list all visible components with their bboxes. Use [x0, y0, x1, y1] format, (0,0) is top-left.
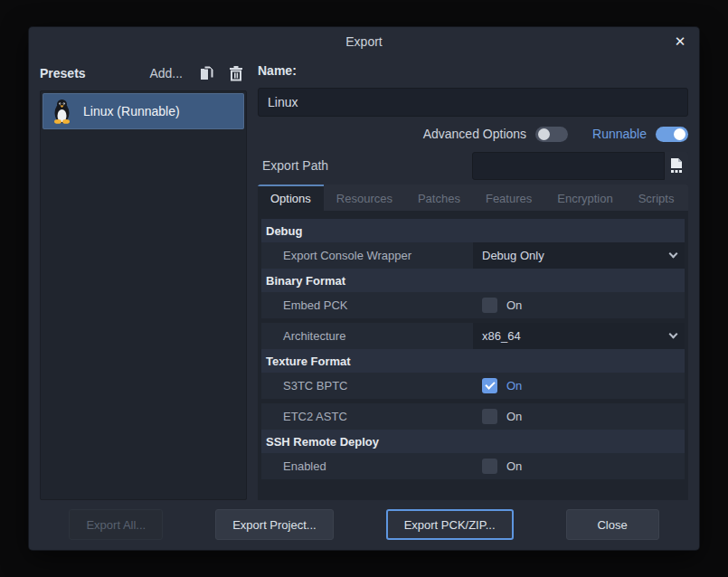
section-header-debug: Debug: [261, 219, 685, 242]
property-label: Enabled: [261, 453, 473, 479]
runnable-toggle[interactable]: [656, 127, 688, 142]
property-label: Architecture: [261, 323, 473, 349]
export-project-button[interactable]: Export Project...: [215, 509, 333, 540]
export-all-button[interactable]: Export All...: [69, 509, 163, 540]
chevron-down-icon: [669, 250, 678, 259]
tab-scripts[interactable]: Scripts: [626, 184, 687, 211]
property-row: Embed PCK On: [261, 292, 685, 318]
dropdown-value: x86_64: [482, 329, 521, 343]
export-dialog: Export ✕ Presets Add...: [29, 27, 699, 550]
section-header-texture-format: Texture Format: [261, 349, 685, 373]
advanced-options-toggle[interactable]: [535, 127, 568, 142]
toggle-knob: [674, 128, 685, 140]
checkbox-label: On: [506, 459, 522, 473]
name-label: Name:: [258, 63, 688, 83]
duplicate-icon: [199, 65, 214, 81]
toggle-knob: [538, 128, 550, 140]
property-row: Export Console Wrapper Debug Only: [261, 242, 685, 269]
toggles-row: Advanced Options Runnable: [258, 123, 688, 145]
presets-heading: Presets: [40, 66, 86, 80]
tab-patches[interactable]: Patches: [405, 184, 473, 211]
export-console-wrapper-dropdown[interactable]: Debug Only: [473, 242, 685, 269]
file-browse-button[interactable]: [665, 152, 688, 180]
presets-header: Presets Add...: [40, 63, 247, 83]
tab-options[interactable]: Options: [258, 184, 324, 211]
export-path-label: Export Path: [258, 158, 472, 173]
linux-tux-icon: [52, 99, 72, 124]
name-input-value: Linux: [268, 95, 298, 109]
tab-bar: Options Resources Patches Features Encry…: [258, 184, 688, 211]
section-header-label: Debug: [266, 224, 302, 238]
presets-panel: Presets Add...: [40, 61, 247, 500]
file-browse-icon: [670, 158, 683, 173]
property-row: ETC2 ASTC On: [261, 403, 685, 430]
delete-preset-button[interactable]: [225, 65, 247, 81]
close-icon[interactable]: ✕: [670, 32, 690, 52]
property-label: Embed PCK: [261, 292, 473, 318]
etc2-astc-checkbox[interactable]: [482, 409, 497, 424]
property-label: Export Console Wrapper: [261, 242, 473, 269]
presets-list[interactable]: Linux (Runnable): [40, 90, 247, 500]
preset-item-linux[interactable]: Linux (Runnable): [43, 93, 244, 129]
trash-icon: [229, 65, 243, 81]
name-input[interactable]: Linux: [258, 88, 688, 117]
preset-item-label: Linux (Runnable): [83, 104, 180, 118]
dialog-footer: Export All... Export Project... Export P…: [29, 509, 699, 540]
dialog-title: Export: [29, 34, 699, 49]
section-header-label: Texture Format: [266, 355, 351, 368]
duplicate-preset-button[interactable]: [195, 65, 218, 81]
property-row: Enabled On: [261, 453, 685, 479]
dropdown-value: Debug Only: [482, 249, 544, 262]
tab-features[interactable]: Features: [473, 184, 544, 211]
property-row: Architecture x86_64: [261, 323, 685, 349]
runnable-label: Runnable: [592, 127, 647, 141]
section-header-ssh-remote-deploy: SSH Remote Deploy: [261, 430, 685, 453]
export-path-row: Export Path: [258, 151, 688, 180]
checkbox-label: On: [506, 410, 522, 423]
section-header-binary-format: Binary Format: [261, 269, 685, 292]
embed-pck-checkbox[interactable]: [482, 298, 497, 313]
add-preset-button[interactable]: Add...: [144, 66, 188, 80]
options-panel: Debug Export Console Wrapper Debug Only …: [258, 211, 688, 500]
export-path-input[interactable]: [472, 152, 665, 180]
property-label: ETC2 ASTC: [261, 403, 473, 430]
property-row: S3TC BPTC On: [261, 373, 685, 399]
checkbox-label: On: [506, 298, 522, 312]
ssh-enabled-checkbox[interactable]: [482, 459, 497, 474]
dialog-titlebar: Export ✕: [29, 27, 699, 54]
chevron-down-icon: [669, 330, 678, 339]
preset-settings-panel: Name: Linux Advanced Options Runnable Ex…: [258, 61, 688, 500]
section-header-label: SSH Remote Deploy: [266, 435, 379, 449]
close-button[interactable]: Close: [566, 509, 659, 540]
advanced-options-label: Advanced Options: [423, 127, 526, 141]
export-pck-zip-button[interactable]: Export PCK/ZIP...: [386, 509, 514, 540]
section-header-label: Binary Format: [266, 274, 345, 288]
s3tc-bptc-checkbox[interactable]: [482, 378, 497, 393]
architecture-dropdown[interactable]: x86_64: [473, 323, 685, 349]
property-label: S3TC BPTC: [261, 373, 473, 399]
tab-resources[interactable]: Resources: [324, 184, 405, 211]
checkbox-label: On: [506, 379, 522, 393]
tab-encryption[interactable]: Encryption: [544, 184, 625, 211]
